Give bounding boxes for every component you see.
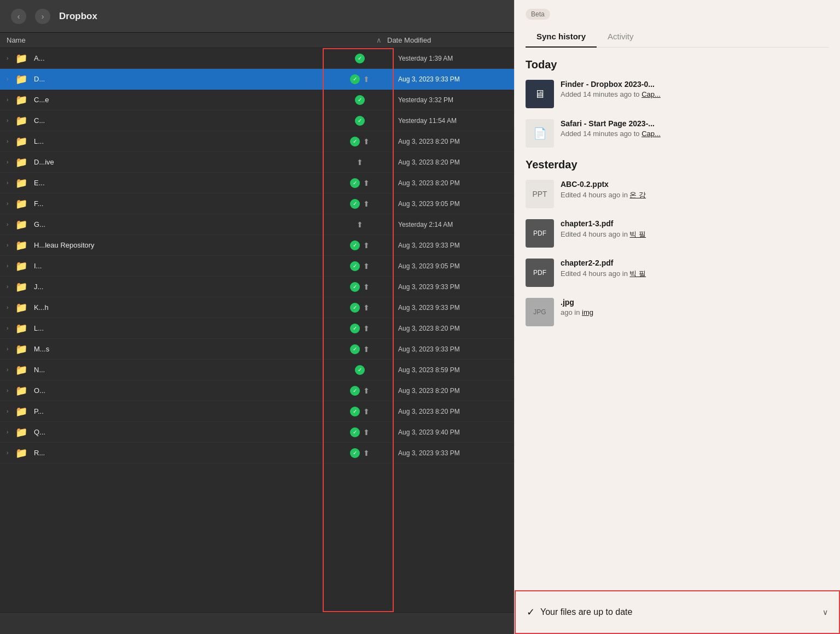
table-row[interactable]: ›📁I...✓⬆Aug 3, 2023 9:05 PM (0, 256, 514, 277)
expand-arrow-icon[interactable]: › (7, 388, 15, 394)
table-row[interactable]: ›📁C...e✓Yesterday 3:32 PM (0, 90, 514, 110)
table-row[interactable]: ›📁R...✓⬆Aug 3, 2023 9:33 PM (0, 443, 514, 463)
activity-link[interactable]: 빅 필 (629, 269, 646, 278)
chevron-down-icon[interactable]: ∨ (822, 608, 828, 617)
forward-button[interactable]: › (35, 9, 50, 24)
file-name-label: R... (34, 449, 322, 457)
expand-arrow-icon[interactable]: › (7, 55, 15, 61)
list-item[interactable]: PDFchapter1-3.pdfEdited 4 hours ago in 빅… (526, 219, 829, 248)
activity-filename: .jpg (561, 298, 829, 307)
file-name-label: C... (34, 116, 322, 125)
folder-icon: 📁 (15, 219, 31, 231)
table-row[interactable]: ›📁N...✓Aug 3, 2023 8:59 PM (0, 360, 514, 380)
list-item[interactable]: JPG.jpgago in img (526, 298, 829, 326)
table-row[interactable]: ›📁H...leau Repository✓⬆Aug 3, 2023 9:33 … (0, 235, 514, 256)
sync-check-icon: ✓ (350, 261, 360, 271)
upload-icon: ⬆ (363, 137, 370, 146)
file-list-container: ›📁A...✓Yesterday 1:39 AM›📁D...✓⬆Aug 3, 2… (0, 48, 514, 612)
table-row[interactable]: ›📁D...ive⬆Aug 3, 2023 8:20 PM (0, 152, 514, 173)
table-row[interactable]: ›📁A...✓Yesterday 1:39 AM (0, 48, 514, 69)
file-name-label: K...h (34, 303, 322, 312)
expand-arrow-icon[interactable]: › (7, 284, 15, 290)
table-row[interactable]: ›📁E...✓⬆Aug 3, 2023 8:20 PM (0, 173, 514, 193)
folder-icon: 📁 (15, 73, 31, 85)
upload-icon: ⬆ (363, 241, 370, 250)
folder-icon: 📁 (15, 406, 31, 418)
expand-arrow-icon[interactable]: › (7, 263, 15, 269)
activity-link[interactable]: img (582, 308, 593, 316)
table-row[interactable]: ›📁O...✓⬆Aug 3, 2023 8:20 PM (0, 380, 514, 401)
folder-icon: 📁 (15, 177, 31, 189)
file-name-label: N... (34, 366, 322, 374)
upload-icon: ⬆ (363, 303, 370, 312)
activity-filename: ABC-0.2.pptx (561, 180, 829, 189)
folder-icon: 📁 (15, 136, 31, 148)
table-row[interactable]: ›📁K...h✓⬆Aug 3, 2023 9:33 PM (0, 297, 514, 318)
activity-thumbnail: PPT (526, 180, 554, 208)
tab-sync-history[interactable]: Sync history (526, 26, 597, 48)
tab-activity[interactable]: Activity (597, 26, 645, 48)
activity-meta: Added 14 minutes ago to Cap... (561, 90, 829, 98)
sync-check-icon: ✓ (350, 74, 360, 84)
list-item[interactable]: PDFchapter2-2.pdfEdited 4 hours ago in 빅… (526, 259, 829, 287)
sync-status-col: ✓⬆ (322, 385, 398, 397)
expand-arrow-icon[interactable]: › (7, 367, 15, 373)
table-row[interactable]: ›📁Q...✓⬆Aug 3, 2023 9:40 PM (0, 422, 514, 443)
table-row[interactable]: ›📁F...✓⬆Aug 3, 2023 9:05 PM (0, 193, 514, 214)
list-item[interactable]: 📄Safari - Start Page 2023-...Added 14 mi… (526, 119, 829, 148)
file-name-label: D...ive (34, 158, 322, 166)
expand-arrow-icon[interactable]: › (7, 450, 15, 456)
expand-arrow-icon[interactable]: › (7, 242, 15, 248)
date-modified-label: Yesterday 1:39 AM (398, 55, 508, 62)
file-name-label: H...leau Repository (34, 241, 322, 249)
table-row[interactable]: ›📁G...⬆Yesterday 2:14 AM (0, 214, 514, 235)
table-row[interactable]: ›📁P...✓⬆Aug 3, 2023 8:20 PM (0, 401, 514, 422)
expand-arrow-icon[interactable]: › (7, 180, 15, 186)
date-modified-label: Aug 3, 2023 8:20 PM (398, 138, 508, 145)
sync-status-footer[interactable]: ✓ Your files are up to date ∨ (515, 590, 840, 634)
activity-link[interactable]: 빅 필 (629, 230, 646, 238)
list-item[interactable]: 🖥Finder - Dropbox 2023-0...Added 14 minu… (526, 80, 829, 108)
activity-link[interactable]: Cap... (641, 130, 661, 138)
activity-filename: chapter1-3.pdf (561, 219, 829, 228)
table-row[interactable]: ›📁J...✓⬆Aug 3, 2023 9:33 PM (0, 277, 514, 297)
expand-arrow-icon[interactable]: › (7, 429, 15, 435)
file-name-label: I... (34, 262, 322, 270)
activity-thumbnail: PDF (526, 219, 554, 248)
activity-link[interactable]: 온 강 (629, 191, 646, 199)
expand-arrow-icon[interactable]: › (7, 201, 15, 207)
back-button[interactable]: ‹ (11, 9, 26, 24)
expand-arrow-icon[interactable]: › (7, 325, 15, 331)
sort-arrow[interactable]: ∧ (371, 36, 387, 44)
sync-status-col: ✓⬆ (322, 260, 398, 272)
upload-icon: ⬆ (363, 386, 370, 395)
file-name-label: A... (34, 54, 322, 62)
expand-arrow-icon[interactable]: › (7, 159, 15, 165)
expand-arrow-icon[interactable]: › (7, 346, 15, 352)
sync-status-col: ✓⬆ (322, 281, 398, 293)
list-item[interactable]: PPTABC-0.2.pptxEdited 4 hours ago in 온 강 (526, 180, 829, 208)
activity-link[interactable]: Cap... (641, 90, 661, 98)
expand-arrow-icon[interactable]: › (7, 97, 15, 103)
table-row[interactable]: ›📁L...✓⬆Aug 3, 2023 8:20 PM (0, 131, 514, 152)
expand-arrow-icon[interactable]: › (7, 408, 15, 414)
file-browser: Name ∧ Date Modified ›📁A...✓Yesterday 1:… (0, 33, 514, 634)
expand-arrow-icon[interactable]: › (7, 118, 15, 124)
sync-check-icon: ✓ (350, 344, 360, 354)
folder-icon: 📁 (15, 115, 31, 127)
table-row[interactable]: ›📁L...✓⬆Aug 3, 2023 8:20 PM (0, 318, 514, 339)
table-row[interactable]: ›📁D...✓⬆Aug 3, 2023 9:33 PM (0, 69, 514, 90)
expand-arrow-icon[interactable]: › (7, 304, 15, 310)
table-row[interactable]: ›📁M...s✓⬆Aug 3, 2023 9:33 PM (0, 339, 514, 360)
upload-icon: ⬆ (363, 179, 370, 187)
file-name-label: J... (34, 283, 322, 291)
date-modified-label: Aug 3, 2023 8:20 PM (398, 179, 508, 187)
expand-arrow-icon[interactable]: › (7, 221, 15, 227)
expand-arrow-icon[interactable]: › (7, 138, 15, 144)
date-modified-label: Aug 3, 2023 9:33 PM (398, 242, 508, 249)
expand-arrow-icon[interactable]: › (7, 76, 15, 82)
file-name-label: Q... (34, 428, 322, 436)
check-icon: ✓ (527, 606, 535, 618)
sync-check-icon: ✓ (350, 448, 360, 458)
table-row[interactable]: ›📁C...✓Yesterday 11:54 AM (0, 110, 514, 131)
